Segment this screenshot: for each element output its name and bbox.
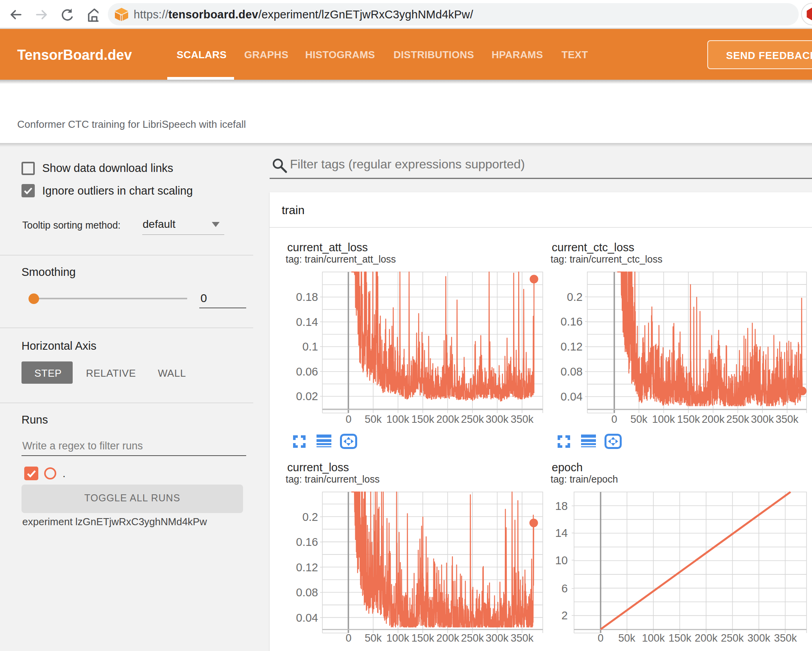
svg-text:250k: 250k [726,413,749,425]
svg-text:350k: 350k [776,413,799,425]
svg-text:250k: 250k [461,413,484,425]
svg-text:100k: 100k [642,632,665,644]
svg-text:0.08: 0.08 [296,586,318,599]
svg-text:0.18: 0.18 [296,291,318,303]
svg-text:0.04: 0.04 [561,390,583,403]
svg-text:0: 0 [345,632,351,644]
svg-text:0.16: 0.16 [561,315,583,328]
svg-text:100k: 100k [652,413,675,425]
svg-text:200k: 200k [436,413,460,425]
svg-text:350k: 350k [511,632,534,644]
svg-text:200k: 200k [702,413,725,425]
svg-text:350k: 350k [774,632,797,644]
svg-text:0.2: 0.2 [302,511,318,523]
svg-text:250k: 250k [721,632,744,644]
svg-text:0.16: 0.16 [296,536,318,548]
svg-text:14: 14 [555,527,568,539]
svg-text:2: 2 [562,609,568,622]
svg-text:300k: 300k [486,413,509,425]
svg-text:18: 18 [555,500,568,512]
svg-text:300k: 300k [748,632,771,644]
svg-text:250k: 250k [461,632,484,644]
svg-text:0.02: 0.02 [296,390,318,402]
svg-text:0: 0 [611,413,617,425]
svg-text:6: 6 [562,582,568,595]
svg-text:0.12: 0.12 [296,561,318,574]
svg-text:0.04: 0.04 [296,612,318,624]
svg-text:350k: 350k [511,413,534,425]
svg-text:0.08: 0.08 [561,365,583,378]
svg-text:150k: 150k [411,632,435,644]
svg-text:150k: 150k [669,632,692,644]
svg-text:300k: 300k [751,413,774,425]
svg-text:150k: 150k [677,413,700,425]
svg-text:0: 0 [597,632,603,644]
svg-text:0.1: 0.1 [302,340,318,353]
svg-text:0.14: 0.14 [296,316,318,328]
svg-text:200k: 200k [436,632,460,644]
svg-text:100k: 100k [386,632,410,644]
svg-text:50k: 50k [618,632,635,644]
svg-text:100k: 100k [386,413,410,425]
svg-text:0: 0 [345,413,351,425]
svg-text:0.2: 0.2 [567,291,583,303]
svg-text:50k: 50k [365,632,382,644]
svg-text:50k: 50k [365,413,382,425]
svg-text:0.12: 0.12 [561,340,583,353]
svg-text:10: 10 [555,554,568,567]
svg-text:50k: 50k [630,413,647,425]
svg-text:150k: 150k [411,413,435,425]
svg-text:200k: 200k [695,632,718,644]
svg-text:300k: 300k [486,632,509,644]
svg-text:0.06: 0.06 [296,365,318,378]
